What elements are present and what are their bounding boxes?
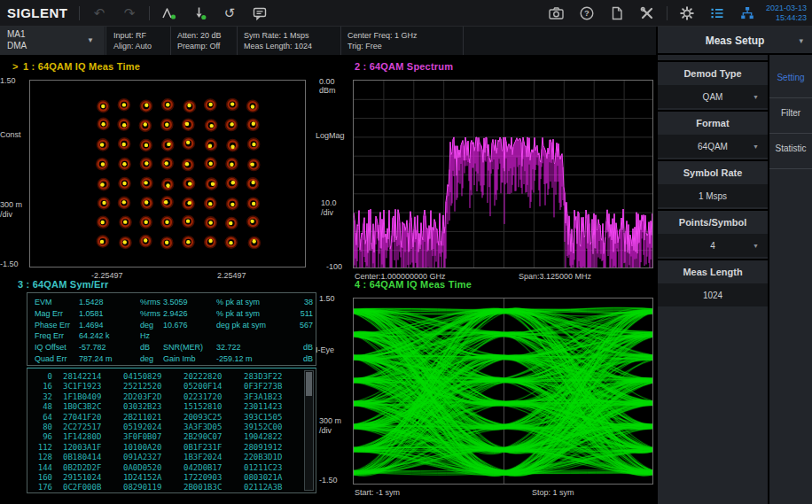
metric-cell: 567 — [277, 321, 313, 330]
metric-cell: Hz — [140, 331, 150, 341]
metric-cell: deg — [140, 321, 153, 330]
peak-search-icon[interactable] — [154, 0, 184, 27]
q1-y-bottom: -1.50 — [0, 260, 27, 268]
q2-y-scale: 10.0 — [321, 198, 351, 207]
sidebar-header[interactable]: Meas Setup ▾ — [658, 27, 812, 55]
siglent-logo: SIGLENT — [7, 5, 74, 20]
q1-y-scale: 300 m — [0, 200, 27, 209]
tab-filter[interactable]: Filter — [769, 108, 812, 118]
settings-gear-icon[interactable] — [672, 0, 702, 27]
active-window-marker: > — [12, 61, 19, 72]
hex-group: 19042822 — [244, 432, 304, 441]
field-value-demod-type[interactable]: QAM▼ — [658, 85, 768, 108]
hex-group: 01211C23 — [244, 463, 304, 472]
config-bar: MA1 DMA ▼ Input: RFAlign: AutoAtten: 20 … — [0, 27, 656, 55]
metric-cell: 32.722 — [216, 343, 241, 353]
metric-cell: 10.676 — [163, 321, 188, 330]
metric-cell: 1.5428 — [79, 298, 104, 307]
hex-group: 091A2327 — [123, 453, 183, 461]
spectrum-plot — [353, 80, 653, 268]
hex-row: 1440B2D2D2F0A0D0520042D0B1701211C23 — [31, 463, 304, 472]
hex-row: 6427041F202B21102120093C25393C1505 — [31, 413, 304, 422]
metric-cell: Freq Err — [35, 331, 64, 341]
hex-group: 29151024 — [63, 473, 123, 482]
metric-cell: 64.242 k — [79, 331, 110, 341]
q4-y-scale: 300 m — [319, 416, 351, 425]
screenshot-camera-icon[interactable] — [542, 0, 572, 27]
metric-cell: dB — [140, 343, 150, 353]
hex-group: 10100A20 — [123, 443, 183, 452]
help-icon[interactable]: ? — [572, 0, 602, 27]
metric-cell: %rms — [140, 309, 160, 319]
toolbar-divider — [149, 6, 150, 20]
hex-group: 3F3A1B23 — [244, 392, 304, 401]
svg-text:?: ? — [584, 8, 589, 18]
chevron-down-icon: ▾ — [799, 36, 803, 45]
hex-group: 042D0B17 — [183, 463, 244, 472]
date-text: 2021-03-13 — [766, 4, 807, 13]
tab-divider — [769, 97, 812, 98]
metric-cell: 511 — [277, 309, 313, 319]
hex-row: 163C1F19232521252005200F140F3F273B — [31, 382, 304, 391]
hex-group: 23011423 — [244, 402, 304, 411]
field-value-symbol-rate[interactable]: 1 Msps — [658, 184, 768, 207]
config-divider — [105, 27, 106, 55]
task-list-icon[interactable] — [702, 0, 732, 27]
hex-group: 0F3F273B — [244, 382, 304, 391]
comment-icon[interactable] — [245, 0, 275, 27]
hex-row-index: 96 — [31, 432, 52, 441]
hex-row-index: 0 — [31, 372, 52, 381]
tab-setting[interactable]: Setting — [769, 73, 812, 82]
mode-line1: MA1 — [7, 29, 26, 39]
marker-icon[interactable] — [184, 0, 215, 27]
hex-group: 17220903 — [183, 473, 244, 482]
hex-scrollbar-thumb[interactable] — [306, 372, 312, 396]
hex-row-index: 80 — [31, 423, 52, 431]
q2-y-scale-unit: /div — [321, 208, 351, 217]
hex-group: 08290119 — [123, 483, 183, 492]
hex-row: 961F14280D3F0F0B072B290C0719042822 — [31, 432, 304, 441]
hex-group: 02231720 — [183, 392, 244, 401]
metric-cell: % pk at sym — [216, 298, 260, 307]
field-label-points-symbol: Points/Symbol — [658, 209, 768, 234]
hex-group: 05200F14 — [183, 382, 244, 391]
tab-statistic[interactable]: Statistic — [769, 143, 812, 153]
symbol-hex-table: 0281422140415082920222820283D3F22163C1F1… — [27, 368, 316, 493]
config-divider — [237, 27, 238, 55]
q1-y-mid: Const — [0, 130, 27, 139]
hex-group: 2C272517 — [63, 423, 123, 431]
hex-row-index: 160 — [31, 473, 52, 482]
hex-row-index: 64 — [31, 413, 52, 422]
top-toolbar: SIGLENT ↶ ↷ ↺ ? — [0, 0, 812, 27]
field-value-format[interactable]: 64QAM▼ — [658, 135, 768, 158]
window-2-title: 2 : 64QAM Spectrum — [355, 61, 453, 72]
hex-group: 15152810 — [183, 402, 244, 411]
metric-cell: % pk at sym — [216, 309, 260, 319]
constellation-plot — [29, 80, 306, 268]
hex-row-index: 16 — [31, 382, 52, 391]
mode-selector[interactable]: MA1 DMA ▼ — [0, 27, 105, 55]
hex-group: 20222820 — [183, 372, 244, 381]
history-icon[interactable]: ↺ — [215, 0, 245, 27]
hex-group: 2D203F2D — [123, 392, 183, 401]
hex-group: 2B211021 — [123, 413, 183, 422]
config-column: Atten: 20 dBPreamp: Off — [177, 30, 222, 51]
network-icon[interactable] — [732, 0, 762, 27]
tools-icon[interactable] — [632, 0, 662, 27]
q2-ref-level: 0.00 — [319, 77, 351, 86]
hex-group: 2B001B3C — [183, 483, 244, 492]
q1-y-scale-unit: /div — [0, 210, 27, 219]
field-value-points-symbol[interactable]: 4▼ — [658, 234, 768, 257]
field-label-format: Format — [658, 110, 768, 135]
sidebar-title: Meas Setup — [658, 27, 812, 55]
metric-cell: Mag Err — [35, 309, 63, 319]
toolbar-divider — [79, 6, 80, 20]
hex-group: 0803021A — [244, 473, 304, 482]
config-line2: Align: Auto — [113, 41, 152, 51]
hex-group: 1F1B0409 — [63, 392, 123, 401]
file-icon[interactable] — [602, 0, 632, 27]
undo-icon[interactable]: ↶ — [84, 0, 114, 27]
redo-icon[interactable]: ↷ — [114, 0, 144, 27]
config-line1: Center Freq: 1 GHz — [347, 30, 418, 41]
field-value-meas-length[interactable]: 1024 — [658, 283, 768, 306]
